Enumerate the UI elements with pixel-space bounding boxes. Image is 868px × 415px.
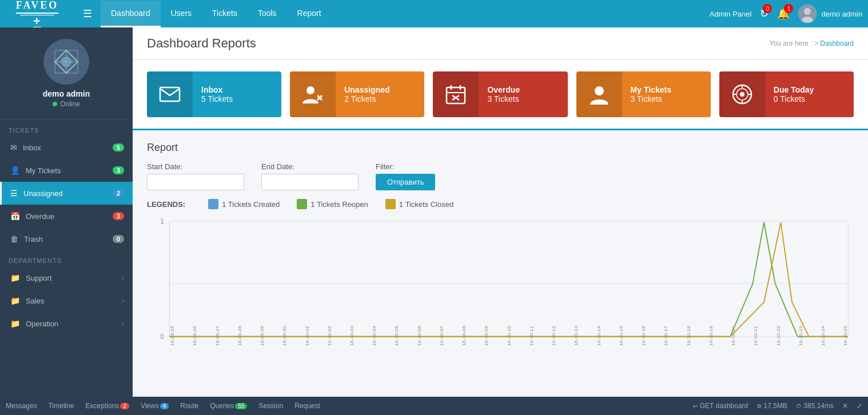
envelope-icon: ✉ [10, 143, 17, 152]
main-layout: demo admin Online TICKETS ✉ Inbox 5 👤 My… [0, 27, 868, 397]
hamburger-button[interactable]: ☰ [74, 7, 101, 20]
mytickets-card-info: My Tickets 3 Tickets [622, 79, 680, 109]
user-menu[interactable]: demo admin [798, 5, 862, 23]
svg-text:16-10-21: 16-10-21 [753, 326, 758, 346]
stat-card-unassigned[interactable]: Unassigned 2 Tickets [290, 71, 424, 117]
svg-text:16-10-05: 16-10-05 [394, 326, 399, 346]
svg-text:16-10-23: 16-10-23 [798, 326, 803, 346]
bottombar-method: ↩ GET dashboard [693, 402, 748, 410]
sidebar-operation-label: Operation [26, 320, 122, 328]
svg-text:16-10-13: 16-10-13 [574, 326, 579, 346]
bottombar-timeline[interactable]: Timeline [49, 402, 74, 410]
sidebar-sales-label: Sales [26, 297, 122, 305]
sidebar-item-mytickets[interactable]: 👤 My Tickets 3 [0, 159, 133, 182]
sidebar-item-inbox[interactable]: ✉ Inbox 5 [0, 136, 133, 159]
inbox-card-value: 5 Tickets [201, 94, 233, 103]
svg-text:0: 0 [160, 333, 164, 341]
notification-badge: 1 [784, 4, 793, 13]
bottombar-route[interactable]: Route [180, 402, 198, 410]
svg-text:16-10-25: 16-10-25 [843, 326, 848, 346]
svg-text:16-09-30: 16-09-30 [282, 326, 287, 346]
trash-icon: 🗑 [10, 234, 18, 244]
stat-card-inbox[interactable]: Inbox 5 Tickets [147, 71, 281, 117]
start-date-group: Start Date: [147, 162, 244, 190]
svg-text:16-10-14: 16-10-14 [596, 326, 601, 346]
duetoday-card-value: 0 Tickets [774, 94, 814, 103]
report-section: Report Start Date: End Date: Filter: Отп… [133, 130, 868, 397]
svg-rect-14 [447, 87, 465, 103]
legend-closed-label: 1 Tickets Closed [399, 200, 453, 209]
refresh-button[interactable]: ↻ 0 [760, 7, 769, 20]
svg-text:16-10-03: 16-10-03 [349, 326, 354, 346]
mytickets-badge: 3 [113, 166, 124, 174]
bottombar-queries[interactable]: Queries55 [210, 402, 247, 410]
sidebar-unassigned-label: Unassigned [23, 189, 113, 198]
sidebar-item-overdue[interactable]: 📅 Overdue 3 [0, 205, 133, 228]
notification-button[interactable]: 🔔 1 [777, 7, 790, 20]
bottombar-messages[interactable]: Messages [6, 402, 37, 410]
legend-created-label: 1 Tickets Created [222, 200, 280, 209]
svg-text:16-10-24: 16-10-24 [820, 326, 825, 346]
filter-group: Filter: Отправить [376, 162, 435, 190]
sidebar-trash-label: Trash [24, 235, 113, 244]
report-title: Report [147, 142, 854, 154]
bottombar-exceptions[interactable]: Exceptions2 [86, 402, 129, 410]
sidebar-item-sales[interactable]: 📁 Sales › [0, 289, 133, 312]
views-badge: 4 [160, 403, 169, 409]
stat-card-overdue[interactable]: Overdue 3 Tickets [433, 71, 567, 117]
chevron-right-icon-sales: › [122, 297, 124, 304]
sidebar-item-unassigned[interactable]: ☰ Unassigned 2 [0, 182, 133, 205]
stat-card-duetoday[interactable]: Due Today 0 Tickets [719, 71, 854, 117]
svg-point-9 [62, 57, 71, 66]
end-date-input[interactable] [261, 174, 359, 190]
nav-item-tickets[interactable]: Tickets [202, 1, 248, 27]
refresh-badge: 0 [763, 4, 772, 13]
svg-rect-10 [160, 87, 180, 101]
chart-svg: 1 0 16-09-25 16-09-26 16-09-27 16-09-28 [147, 215, 854, 352]
nav-item-tools[interactable]: Tools [248, 1, 287, 27]
nav-item-report[interactable]: Report [287, 1, 332, 27]
svg-point-23 [740, 92, 744, 97]
svg-text:16-10-22: 16-10-22 [775, 326, 781, 346]
bottombar-views[interactable]: Views4 [141, 402, 169, 410]
top-nav: FAVEO ✛ ☰ Dashboard Users Tickets Tools … [0, 0, 868, 27]
breadcrumb-current[interactable]: Dashboard [820, 39, 854, 47]
calendar-icon: 📅 [10, 212, 20, 221]
overdue-card-label: Overdue [487, 85, 520, 94]
inbox-card-info: Inbox 5 Tickets [193, 79, 241, 109]
admin-panel-link[interactable]: Admin Panel [710, 10, 752, 18]
duetoday-card-info: Due Today 0 Tickets [765, 79, 823, 109]
user-avatar [798, 5, 817, 23]
bottombar-arrow[interactable]: ⤢ [857, 402, 862, 410]
nav-item-dashboard[interactable]: Dashboard [101, 1, 161, 27]
svg-text:16-09-27: 16-09-27 [214, 326, 220, 346]
svg-text:16-10-18: 16-10-18 [686, 326, 691, 346]
breadcrumb: You are here : > Dashboard [770, 39, 854, 47]
stat-card-mytickets[interactable]: My Tickets 3 Tickets [576, 71, 711, 117]
nav-item-users[interactable]: Users [161, 1, 202, 27]
legend-reopen-label: 1 Tickets Reopen [310, 200, 368, 209]
tickets-section-title: TICKETS [0, 120, 133, 136]
filter-label: Filter: [376, 162, 435, 171]
submit-button[interactable]: Отправить [376, 174, 435, 190]
legends-title: LEGENDS: [147, 200, 185, 209]
svg-point-20 [595, 86, 604, 95]
queries-badge: 55 [235, 403, 247, 409]
sidebar-item-operation[interactable]: 📁 Operation › [0, 312, 133, 335]
bottombar-session[interactable]: Session [258, 402, 283, 410]
unassigned-card-value: 2 Tickets [344, 94, 389, 103]
sidebar-mytickets-label: My Tickets [26, 166, 113, 175]
start-date-input[interactable] [147, 174, 244, 190]
bottombar-request[interactable]: Request [294, 402, 320, 410]
legend-created: 1 Tickets Created [208, 199, 280, 209]
svg-text:16-10-06: 16-10-06 [416, 326, 421, 346]
sidebar-inbox-label: Inbox [23, 143, 113, 152]
svg-text:16-10-16: 16-10-16 [641, 326, 646, 346]
end-date-group: End Date: [261, 162, 359, 190]
sidebar-user: demo admin Online [0, 27, 133, 120]
svg-point-11 [306, 86, 314, 94]
sidebar-item-support[interactable]: 📁 Support › [0, 266, 133, 289]
sidebar-item-trash[interactable]: 🗑 Trash 0 [0, 228, 133, 250]
bottombar-expand[interactable]: ✕ [842, 402, 848, 410]
svg-text:16-10-07: 16-10-07 [439, 326, 444, 346]
